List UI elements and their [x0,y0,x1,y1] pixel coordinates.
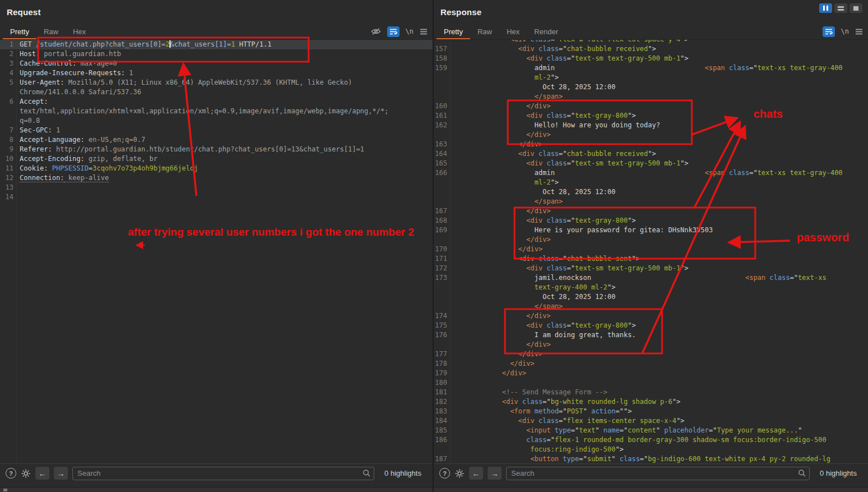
code-line: q=0.8 [0,116,433,126]
line-number [434,92,451,102]
request-editor[interactable]: 1GET /student/chat.php?chat_users[0]=2&c… [0,40,433,463]
request-highlights-count: 0 highlights [379,469,427,477]
code-line: 14 [0,192,433,202]
code-line: 170 </div> [434,245,868,254]
line-number: 181 [434,388,451,397]
line-number: 12 [0,173,17,183]
tab-raw[interactable]: Raw [36,25,66,40]
line-number: 158 [434,54,451,63]
line-number: 162 [434,121,451,130]
code-line: 163 </div> [434,140,868,149]
gear-icon[interactable] [21,468,31,479]
code-line: 159 admin <span class="text-xs text-gray… [434,63,868,73]
tab-raw[interactable]: Raw [470,25,499,40]
code-line: 12Connection: keep-alive [0,173,433,183]
gear-icon[interactable] [454,468,465,479]
line-number: 175 [434,321,451,330]
editor-menu-icon[interactable] [855,29,863,35]
code-line: </span> [434,197,868,206]
pause-button[interactable] [819,3,832,13]
response-panel: Response PrettyRawHexRender \n <div clas… [434,0,868,492]
line-number: 170 [434,245,451,254]
response-search-input[interactable] [506,467,810,480]
line-number: 2 [0,49,17,59]
help-icon[interactable]: ? [6,468,16,479]
layout-rows-button[interactable] [834,3,847,13]
code-line: 183 <form method="POST" action=""> [434,407,868,416]
bottom-strip [434,487,868,492]
line-number: 164 [434,149,451,159]
request-search-input[interactable] [72,467,374,480]
tab-pretty[interactable]: Pretty [437,25,470,40]
prev-match-button[interactable]: ← [469,467,483,480]
line-number: 11 [0,164,17,173]
tab-hex[interactable]: Hex [499,25,527,40]
request-search-bar: ? ← → 0 highlights [0,463,433,482]
tab-render[interactable]: Render [527,25,566,40]
prev-match-button[interactable]: ← [35,467,49,480]
code-line: 167 </div> [434,206,868,216]
line-number: 176 [434,330,451,340]
line-number [434,187,451,197]
help-icon[interactable]: ? [439,468,450,479]
line-number [434,178,451,187]
line-number: 5 [0,78,17,88]
line-number: 174 [434,311,451,321]
word-wrap-icon[interactable] [387,26,399,37]
line-number [434,73,451,82]
line-number: 160 [434,102,451,111]
line-number [0,88,17,97]
code-line: 1GET /student/chat.php?chat_users[0]=2&c… [0,40,433,49]
code-line: 179 </div> [434,369,868,378]
line-number: 161 [434,111,451,121]
code-line: 5User-Agent: Mozilla/5.0 (X11; Linux x86… [0,78,433,88]
line-number [434,292,451,302]
tab-hex[interactable]: Hex [66,25,93,40]
next-match-button[interactable]: → [54,467,68,480]
line-number: 4 [0,68,17,78]
line-number: 180 [434,378,451,388]
code-line: </div> [434,340,868,350]
response-highlights-count: 0 highlights [814,469,862,477]
code-line: 181 <!-- Send Message Form --> [434,388,868,397]
line-number: 185 [434,426,451,435]
newline-icon[interactable]: \n [841,27,849,35]
response-tabs: PrettyRawHexRender [437,25,566,40]
line-number [434,130,451,140]
next-match-button[interactable]: → [488,467,502,480]
word-wrap-icon[interactable] [823,26,835,37]
code-line: 8Accept-Language: en-US,en;q=0.7 [0,135,433,145]
clipped-status-fragment [3,489,7,491]
tab-pretty[interactable]: Pretty [3,25,36,40]
line-number: 1 [0,40,17,49]
line-number: 14 [0,192,17,202]
pause-icon [823,6,825,11]
window-controls [819,3,862,13]
line-number [0,116,17,126]
line-number [434,283,451,292]
code-line: 2Host: portal.guardian.htb [0,49,433,59]
line-number [434,340,451,350]
response-editor[interactable]: <div class="flex w-full flex-col space-y… [434,40,868,463]
code-line: 165 <div class="text-sm text-gray-500 mb… [434,159,868,168]
hide-eye-icon[interactable] [371,27,381,35]
newline-icon[interactable]: \n [406,27,414,35]
layout-single-button[interactable] [849,3,862,13]
editor-menu-icon[interactable] [420,29,428,35]
line-number: 169 [434,226,451,235]
response-search-bar: ? ← → 0 highlights [434,463,868,482]
code-line: <div class="flex w-full flex-col space-y… [434,40,868,44]
code-line: </span> [434,302,868,311]
line-number: 157 [434,44,451,54]
line-number: 13 [0,183,17,192]
code-line: 3Cache-Control: max-age=0 [0,59,433,68]
line-number: 179 [434,369,451,378]
line-number: 182 [434,397,451,407]
response-title: Response [440,7,481,17]
code-line: 168 <div class="text-gray-800"> [434,216,868,226]
code-line: </div> [434,235,868,245]
request-editor-toolbar: \n [371,26,428,37]
rows-icon [838,6,844,11]
code-line: 169 Here is your password for gitea: DHs… [434,226,868,235]
code-line: 177 </div> [434,350,868,359]
